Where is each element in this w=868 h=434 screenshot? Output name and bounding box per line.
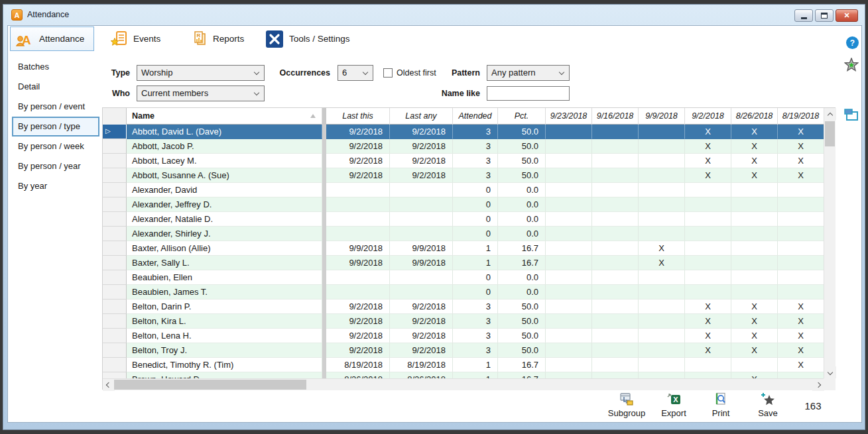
scroll-up-button[interactable] — [824, 108, 836, 120]
table-row[interactable]: Abbott, Susanne A. (Sue)9/2/20189/2/2018… — [103, 168, 824, 183]
table-row[interactable]: Abbott, Jacob P.9/2/20189/2/2018350.0XXX — [103, 139, 824, 154]
row-selector[interactable] — [103, 197, 127, 212]
pattern-select[interactable]: Any pattern — [487, 65, 570, 81]
row-selector[interactable] — [103, 329, 127, 343]
row-selector[interactable] — [103, 168, 127, 183]
horizontal-scrollbar[interactable] — [103, 378, 824, 390]
name-like-input[interactable] — [487, 86, 570, 101]
tab-events[interactable]: Events — [105, 27, 166, 51]
scroll-left-button[interactable] — [103, 379, 115, 391]
row-selector[interactable] — [103, 343, 127, 358]
header-last-this[interactable]: Last this — [326, 108, 390, 125]
table-row[interactable]: Belton, Darin P.9/2/20189/2/2018350.0XXX — [103, 299, 824, 314]
header-date[interactable]: 8/19/2018 — [778, 108, 824, 125]
horizontal-scroll-thumb[interactable] — [114, 380, 306, 390]
header-date[interactable]: 8/26/2018 — [731, 108, 778, 125]
cell-pct: 0.0 — [498, 197, 546, 212]
close-button[interactable]: ✕ — [836, 9, 858, 22]
cell-mark — [546, 256, 592, 270]
cell-mark — [639, 285, 685, 299]
row-selector[interactable] — [103, 241, 127, 256]
vertical-scrollbar[interactable] — [824, 108, 836, 378]
row-selector[interactable] — [103, 270, 127, 285]
header-date[interactable]: 9/16/2018 — [592, 108, 639, 125]
tab-reports[interactable]: R Reports — [184, 27, 249, 51]
sidebar-item-by-person-event[interactable]: By person / event — [12, 97, 99, 117]
row-selector[interactable] — [103, 227, 127, 241]
header-name[interactable]: Name — [127, 108, 322, 125]
table-row[interactable]: ▷Abbott, David L. (Dave)9/2/20189/2/2018… — [103, 125, 824, 139]
oldest-first-checkbox[interactable] — [383, 68, 393, 78]
table-row[interactable]: Baxter, Allison (Allie)9/9/20189/9/20181… — [103, 241, 824, 256]
header-last-any[interactable]: Last any — [390, 108, 453, 125]
cell-mark — [731, 270, 778, 285]
row-selector[interactable] — [103, 358, 127, 372]
row-selector[interactable] — [103, 139, 127, 154]
new-window-icon[interactable] — [843, 108, 859, 122]
table-row[interactable]: Alexander, Shirley J.00.0 — [103, 227, 824, 241]
cell-last-this: 9/2/2018 — [326, 139, 390, 154]
scroll-down-button[interactable] — [824, 366, 836, 378]
table-row[interactable]: Brown, Howard D.8/26/20188/26/2018116.7X — [103, 372, 824, 378]
table-row[interactable]: Abbott, Lacey M.9/2/20189/2/2018350.0XXX — [103, 154, 824, 168]
grid-header[interactable]: Name Last this Last any Attended Pct. 9/… — [103, 108, 824, 125]
help-button[interactable]: ? — [846, 36, 859, 49]
header-date[interactable]: 9/23/2018 — [546, 108, 592, 125]
table-row[interactable]: Belton, Kira L.9/2/20189/2/2018350.0XXX — [103, 314, 824, 329]
table-row[interactable]: Alexander, Natalie D.00.0 — [103, 212, 824, 227]
cell-last-any: 8/26/2018 — [390, 372, 453, 378]
sidebar-item-by-year[interactable]: By year — [12, 176, 99, 196]
header-pct[interactable]: Pct. — [498, 108, 546, 125]
header-date[interactable]: 9/2/2018 — [685, 108, 731, 125]
table-row[interactable]: Beaubien, Ellen00.0 — [103, 270, 824, 285]
cell-attended: 3 — [453, 329, 498, 343]
row-selector[interactable] — [103, 314, 127, 329]
cell-mark — [592, 197, 639, 212]
print-button[interactable]: Print — [696, 392, 746, 418]
titlebar[interactable]: A Attendance ✕ — [3, 5, 865, 25]
tab-attendance[interactable]: A Attendance — [10, 27, 94, 51]
row-selector[interactable] — [103, 256, 127, 270]
row-selector[interactable] — [103, 299, 127, 314]
cell-mark — [778, 241, 824, 256]
row-selector[interactable] — [103, 372, 127, 378]
subgroup-button[interactable]: Subgroup — [601, 392, 652, 418]
sidebar-item-batches[interactable]: Batches — [12, 57, 99, 77]
tab-tools-settings[interactable]: Tools / Settings — [261, 27, 355, 51]
table-row[interactable]: Belton, Lena H.9/2/20189/2/2018350.0XXX — [103, 329, 824, 343]
occurrences-select[interactable]: 6 — [338, 65, 373, 81]
cell-pct: 50.0 — [498, 125, 546, 139]
scroll-right-button[interactable] — [812, 379, 824, 391]
row-selector[interactable] — [103, 285, 127, 299]
minimize-button[interactable] — [794, 9, 813, 22]
table-row[interactable]: Baxter, Sally L.9/9/20189/9/2018116.7X — [103, 256, 824, 270]
maximize-button[interactable] — [815, 9, 834, 22]
cell-mark — [639, 212, 685, 227]
cell-mark: X — [731, 154, 778, 168]
row-selector[interactable] — [103, 212, 127, 227]
header-attended[interactable]: Attended — [453, 108, 498, 125]
sidebar-item-detail[interactable]: Detail — [12, 77, 99, 97]
row-selector[interactable]: ▷ — [103, 125, 127, 139]
sidebar-item-by-person-year[interactable]: By person / year — [12, 156, 99, 176]
cell-last-any — [390, 285, 453, 299]
vertical-scroll-thumb[interactable] — [825, 121, 835, 146]
sidebar-item-by-person-week[interactable]: By person / week — [12, 136, 99, 156]
who-select[interactable]: Current members — [137, 85, 265, 101]
save-button[interactable]: Save — [743, 392, 793, 418]
table-row[interactable]: Alexander, David00.0 — [103, 183, 824, 197]
sidebar-item-by-person-type[interactable]: By person / type — [12, 117, 99, 136]
export-button[interactable]: X Export — [649, 392, 699, 418]
cell-mark — [546, 154, 592, 168]
header-date[interactable]: 9/9/2018 — [639, 108, 685, 125]
favorite-star-icon[interactable] — [844, 58, 859, 72]
table-row[interactable]: Alexander, Jeffrey D.00.0 — [103, 197, 824, 212]
row-selector[interactable] — [103, 154, 127, 168]
cell-pct: 0.0 — [498, 270, 546, 285]
row-selector[interactable] — [103, 183, 127, 197]
cell-name: Alexander, David — [127, 183, 322, 197]
table-row[interactable]: Belton, Troy J.9/2/20189/2/2018350.0XXX — [103, 343, 824, 358]
table-row[interactable]: Benedict, Timothy R. (Tim)8/19/20188/19/… — [103, 358, 824, 372]
type-select[interactable]: Worship — [137, 65, 265, 81]
table-row[interactable]: Beaubien, James T.00.0 — [103, 285, 824, 299]
